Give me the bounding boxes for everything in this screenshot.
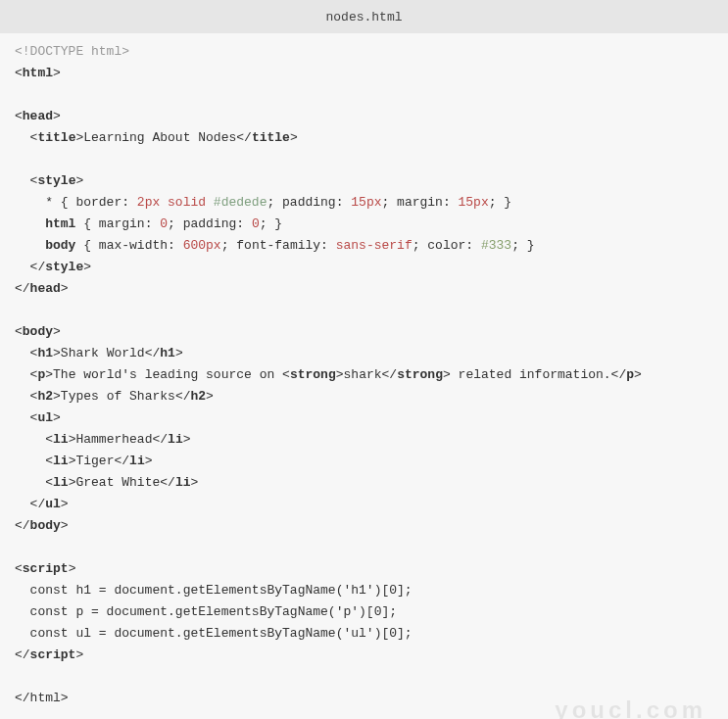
tag-title-close: title <box>252 130 290 145</box>
code-line: <script> <box>15 558 713 580</box>
code-line: <style> <box>15 170 713 192</box>
p-text: The world's leading source on <box>53 367 282 382</box>
css-star-prefix: * { border: <box>15 195 137 210</box>
tag-style-close: style <box>45 260 83 274</box>
doctype: <!DOCTYPE html> <box>15 44 129 59</box>
tag-h2: h2 <box>37 389 53 404</box>
css-value: solid <box>160 195 214 210</box>
strong-text: shark <box>344 367 382 382</box>
css-text: ; font-family: <box>221 238 336 253</box>
code-line: <body> <box>15 321 713 343</box>
code-line: <html> <box>15 63 713 84</box>
li-text: Hammerhead <box>75 432 152 447</box>
code-line: body { max-width: 600px; font-family: sa… <box>15 235 713 257</box>
code-area: <!DOCTYPE html> <html> <head> <title>Lea… <box>0 33 728 719</box>
tag-title: title <box>37 130 75 145</box>
watermark: youcl.com <box>555 699 706 719</box>
script-line: const ul = document.getElementsByTagName… <box>15 626 413 641</box>
css-value: 15px <box>459 195 489 210</box>
code-line: <p>The world's leading source on <strong… <box>15 364 713 386</box>
css-text: ; } <box>511 238 534 253</box>
css-value: 15px <box>351 195 381 210</box>
css-selector: html <box>45 216 75 231</box>
tag-head: head <box>23 109 53 123</box>
css-text: ; } <box>489 195 511 210</box>
css-value: sans-serif <box>336 238 413 253</box>
code-line: <li>Tiger</li> <box>15 451 713 472</box>
tag-li-close: li <box>168 432 183 447</box>
css-text: ; padding: <box>168 216 252 231</box>
css-value: 600px <box>183 238 221 253</box>
tag-html-close: html <box>30 691 61 705</box>
code-line: <title>Learning About Nodes</title> <box>15 127 713 149</box>
css-text: ; padding: <box>267 195 351 210</box>
tag-h1: h1 <box>37 346 53 360</box>
code-line: * { border: 2px solid #dedede; padding: … <box>15 192 713 214</box>
code-line: </ul> <box>15 494 713 515</box>
p-text: related information. <box>451 367 611 382</box>
code-line: <!DOCTYPE html> <box>15 41 713 63</box>
tag-ul: ul <box>37 410 53 425</box>
css-value: 0 <box>160 216 168 231</box>
code-line: const ul = document.getElementsByTagName… <box>15 623 713 645</box>
css-value: #dedede <box>214 195 267 210</box>
code-line: <head> <box>15 106 713 127</box>
li-text: Tiger <box>75 454 114 468</box>
tag-p-close: p <box>626 367 634 382</box>
code-line: <h2>Types of Sharks</h2> <box>15 386 713 407</box>
css-value: 0 <box>252 216 260 231</box>
tag-li: li <box>53 454 69 468</box>
tag-style: style <box>37 173 75 188</box>
tag-script: script <box>23 561 69 576</box>
script-line: const h1 = document.getElementsByTagName… <box>15 583 413 598</box>
tag-head-close: head <box>30 281 61 296</box>
code-line: <li>Hammerhead</li> <box>15 429 713 451</box>
code-line: </script> <box>15 645 713 666</box>
code-line: const p = document.getElementsByTagName(… <box>15 601 713 623</box>
code-line: <ul> <box>15 407 713 429</box>
css-value: 2px <box>137 195 160 210</box>
css-text: { max-width: <box>75 238 182 253</box>
title-text: Learning About Nodes <box>83 130 236 145</box>
css-text: ; } <box>260 216 282 231</box>
tag-h2-close: h2 <box>190 389 206 404</box>
code-line: html { margin: 0; padding: 0; } <box>15 214 713 235</box>
code-line: </head> <box>15 278 713 300</box>
css-text <box>15 216 45 231</box>
tag-li-close: li <box>129 454 145 468</box>
code-line: <li>Great White</li> <box>15 472 713 494</box>
filename-label: nodes.html <box>325 10 402 24</box>
tag-li-close: li <box>175 475 191 490</box>
code-line: </style> <box>15 257 713 278</box>
tag-h1-close: h1 <box>160 346 175 360</box>
tag-strong: strong <box>290 367 336 382</box>
tag-ul-close: ul <box>45 497 61 511</box>
code-line: const h1 = document.getElementsByTagName… <box>15 580 713 601</box>
code-line: <h1>Shark World</h1> <box>15 343 713 364</box>
li-text: Great White <box>75 475 160 490</box>
css-selector: body <box>45 238 75 253</box>
tag-strong-close: strong <box>397 367 443 382</box>
css-text: { margin: <box>75 216 160 231</box>
css-text <box>15 238 45 253</box>
tag-script-close: script <box>30 647 76 662</box>
titlebar: nodes.html <box>0 0 728 33</box>
tag-li: li <box>53 475 69 490</box>
tag-body: body <box>23 324 53 339</box>
tag-li: li <box>53 432 69 447</box>
code-line: </body> <box>15 515 713 537</box>
css-text: ; color: <box>413 238 481 253</box>
h1-text: Shark World <box>61 346 145 360</box>
css-text: ; margin: <box>382 195 459 210</box>
script-line: const p = document.getElementsByTagName(… <box>15 604 397 619</box>
tag-html: html <box>23 66 53 80</box>
css-value: #333 <box>481 238 511 253</box>
tag-body-close: body <box>30 518 61 533</box>
h2-text: Types of Sharks <box>61 389 175 404</box>
